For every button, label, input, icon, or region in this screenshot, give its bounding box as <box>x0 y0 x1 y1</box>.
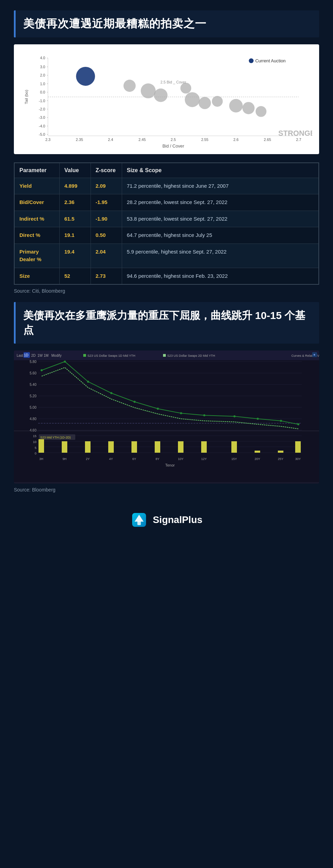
svg-text:-5.0: -5.0 <box>39 132 45 136</box>
value-cell: 19.1 <box>59 227 91 244</box>
svg-point-46 <box>229 99 243 112</box>
svg-text:5.60: 5.60 <box>30 371 37 375</box>
svg-text:12Y: 12Y <box>201 457 207 461</box>
svg-text:2.0: 2.0 <box>40 73 45 77</box>
svg-point-90 <box>257 418 259 420</box>
svg-text:S23 Mid YTH (1D-2D): S23 Mid YTH (1D-2D) <box>40 436 71 439</box>
param-cell: Direct % <box>14 227 59 244</box>
svg-text:1D: 1D <box>24 353 28 357</box>
param-cell: Size <box>14 268 59 284</box>
svg-point-1 <box>249 58 254 63</box>
logo-section: SignalPlus <box>14 501 319 532</box>
svg-point-85 <box>134 401 136 403</box>
svg-text:Tail (bo): Tail (bo) <box>24 90 28 104</box>
svg-point-44 <box>199 97 211 109</box>
svg-text:5.40: 5.40 <box>30 383 37 387</box>
svg-point-38 <box>76 67 95 86</box>
svg-rect-112 <box>231 441 237 453</box>
svg-text:2D: 2D <box>31 354 36 357</box>
svg-text:2.3: 2.3 <box>45 137 51 141</box>
svg-rect-107 <box>108 441 114 453</box>
svg-text:3.0: 3.0 <box>40 64 45 69</box>
svg-point-39 <box>123 80 136 92</box>
zscore-cell: 2.09 <box>91 178 122 194</box>
svg-point-91 <box>280 420 282 422</box>
svg-text:2.6: 2.6 <box>233 137 239 141</box>
svg-text:15Y: 15Y <box>231 457 237 461</box>
param-cell: Indirect % <box>14 211 59 227</box>
svg-point-87 <box>180 412 182 414</box>
svg-text:1.0: 1.0 <box>40 81 45 86</box>
svg-text:10Y: 10Y <box>178 457 183 461</box>
value-cell: 19.4 <box>59 243 91 268</box>
bloomberg-chart-container: Last 1D 2D 1W 1M Modify S23 US Dollar Sw… <box>14 351 319 484</box>
svg-text:STRONGER: STRONGER <box>278 129 312 138</box>
svg-rect-106 <box>85 441 91 453</box>
svg-rect-104 <box>39 439 44 453</box>
svg-text:Current Auction: Current Auction <box>255 59 285 63</box>
svg-text:2.5: 2.5 <box>171 137 176 141</box>
source2-text: Source: Bloomberg <box>14 487 319 493</box>
table-row: Size 52 2.73 94.6 percentile, highest si… <box>14 268 319 284</box>
svg-text:30Y: 30Y <box>295 457 301 461</box>
svg-text:4.80: 4.80 <box>30 417 37 421</box>
source1-text: Source: Citi, Bloomberg <box>14 288 319 294</box>
svg-text:1M: 1M <box>44 354 49 357</box>
svg-point-92 <box>297 423 299 425</box>
section1-title-block: 美债再次遭遇近期最糟糕的拍卖之一 <box>14 10 319 37</box>
svg-point-47 <box>242 102 255 114</box>
svg-rect-111 <box>201 441 207 453</box>
svg-text:Bid / Cover: Bid / Cover <box>162 144 185 149</box>
table-header-scope: Size & Scope <box>122 163 319 178</box>
svg-text:2.35: 2.35 <box>76 137 83 141</box>
scope-cell: 5.9 percentile, highest since Sept. 27, … <box>122 243 319 268</box>
scatter-chart-container: Current Auction 4.0 3.0 2.0 1.0 0.0 -1.0… <box>14 44 319 154</box>
value-cell: 2.36 <box>59 194 91 211</box>
svg-text:9H: 9H <box>62 457 67 461</box>
scatter-chart: Current Auction 4.0 3.0 2.0 1.0 0.0 -1.0… <box>21 51 312 149</box>
table-row: Direct % 19.1 0.50 64.7 percentile, high… <box>14 227 319 244</box>
svg-point-40 <box>141 83 156 98</box>
section2-heading: 美债再次在多重鹰派力量的重压下屈服，曲线跳升 10-15 个基点 <box>23 308 311 337</box>
zscore-cell: 2.04 <box>91 243 122 268</box>
svg-text:1W: 1W <box>37 354 43 357</box>
svg-rect-114 <box>278 451 283 453</box>
zscore-cell: -1.95 <box>91 194 122 211</box>
svg-text:20Y: 20Y <box>255 457 260 461</box>
scope-cell: 28.2 percentile, lowest since Sept. 27, … <box>122 194 319 211</box>
svg-rect-110 <box>178 441 183 453</box>
svg-point-84 <box>110 392 112 394</box>
svg-text:3H: 3H <box>39 457 43 461</box>
svg-rect-108 <box>131 441 137 453</box>
svg-point-43 <box>185 92 200 107</box>
svg-text:5.00: 5.00 <box>30 406 37 409</box>
svg-text:5: 5 <box>35 446 36 450</box>
svg-text:10: 10 <box>33 440 36 444</box>
svg-text:2.4: 2.4 <box>108 137 113 141</box>
svg-text:2.65: 2.65 <box>264 137 271 141</box>
svg-rect-131 <box>137 521 141 525</box>
table-row: Bid/Cover 2.36 -1.95 28.2 percentile, lo… <box>14 194 319 211</box>
param-cell: Primary Dealer % <box>14 243 59 268</box>
svg-text:Last: Last <box>17 354 23 357</box>
svg-text:0: 0 <box>35 452 36 455</box>
svg-text:2.55: 2.55 <box>201 137 208 141</box>
signalplus-logo-icon <box>130 511 148 529</box>
svg-text:2.45: 2.45 <box>138 137 146 141</box>
svg-text:Tenor: Tenor <box>165 463 175 467</box>
section1-heading: 美债再次遭遇近期最糟糕的拍卖之一 <box>23 17 311 31</box>
svg-text:5.20: 5.20 <box>30 394 37 398</box>
svg-text:4.0: 4.0 <box>40 56 45 60</box>
svg-point-86 <box>157 408 159 410</box>
svg-text:6Y: 6Y <box>132 457 136 461</box>
svg-text:-1.0: -1.0 <box>39 98 45 103</box>
scope-cell: 53.8 percentile, lowest since Sept. 27, … <box>122 211 319 227</box>
value-cell: 61.5 <box>59 211 91 227</box>
logo-text: SignalPlus <box>153 514 202 525</box>
scope-cell: 64.7 percentile, highest since July 25 <box>122 227 319 244</box>
svg-rect-109 <box>155 441 160 453</box>
svg-text:-2.0: -2.0 <box>39 107 45 111</box>
table-header-zscore: Z-score <box>91 163 122 178</box>
table-header-parameter: Parameter <box>14 163 59 178</box>
svg-text:2.7: 2.7 <box>296 137 301 141</box>
